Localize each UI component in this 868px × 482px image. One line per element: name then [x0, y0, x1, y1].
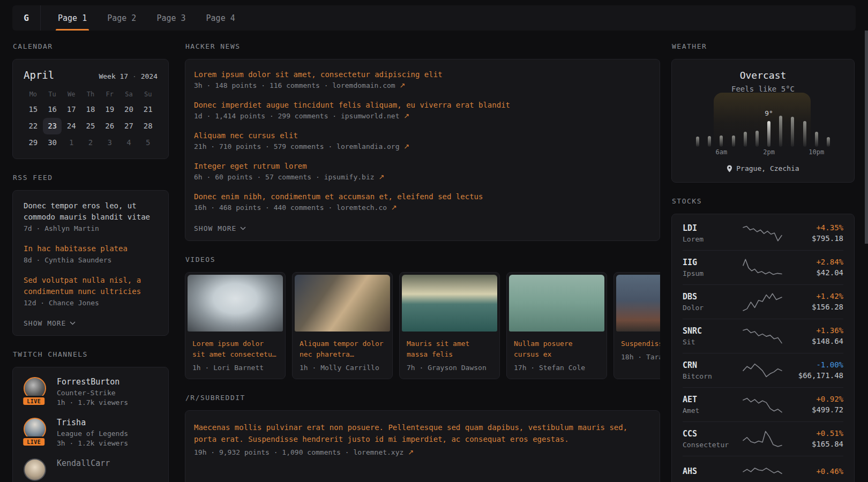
top-nav: G Page 1Page 2Page 3Page 4 — [12, 5, 856, 31]
nav-tab[interactable]: Page 2 — [101, 5, 143, 31]
video-card[interactable]: Mauris sit amet massa felis 7h · Grayson… — [399, 272, 500, 379]
hacker-news-show-more-button[interactable]: SHOW MORE — [194, 224, 246, 232]
hacker-news-item-domain[interactable]: loremdomain.com — [332, 81, 395, 89]
stocks-widget: LDI Lorem +4.35% $795.18 IIG Ipsum +2.84… — [671, 214, 855, 482]
video-title[interactable]: Suspendisse diam — [614, 334, 660, 349]
stock-row[interactable]: SNRC Sit +1.36% $148.64 — [683, 319, 843, 353]
hacker-news-item-title[interactable]: Integer eget rutrum lorem — [194, 162, 651, 170]
twitch-channel-category[interactable]: League of Legends — [57, 430, 128, 438]
video-thumbnail[interactable] — [188, 275, 283, 332]
hacker-news-item: Donec enim nibh, condimentum et accumsan… — [194, 192, 651, 212]
stock-id: SNRC Sit — [683, 326, 740, 346]
nav-tab[interactable]: Page 4 — [200, 5, 242, 31]
stock-row[interactable]: CCS Consectetur +0.51% $165.84 — [683, 421, 843, 456]
weather-bar — [791, 117, 794, 147]
weather-bar — [827, 137, 830, 147]
rss-show-more-button[interactable]: SHOW MORE — [24, 319, 76, 327]
stock-change-percent: +4.35% — [784, 223, 843, 232]
video-card[interactable]: Suspendisse diam 18h · Tara — [613, 272, 660, 379]
rss-item-title[interactable]: Sed volutpat nulla nisl, a condimentum n… — [24, 275, 158, 297]
stock-ticker[interactable]: IIG — [683, 258, 740, 267]
stock-row[interactable]: AET Amet +0.92% $499.72 — [683, 387, 843, 421]
external-link-icon: ↗ — [378, 173, 384, 181]
stock-row[interactable]: AHS +0.46% — [683, 456, 843, 482]
twitch-widget: LIVE ForrestBurton Counter-Strike 1h · 1… — [12, 367, 169, 482]
rss-item-title[interactable]: In hac habitasse platea — [24, 243, 158, 254]
twitch-channel-row[interactable]: KendallCarr — [24, 458, 158, 482]
external-link-icon: ↗ — [403, 142, 409, 150]
subreddit-post-title[interactable]: Maecenas mollis pulvinar erat non posuer… — [194, 421, 651, 445]
video-title[interactable]: Aliquam tempor dolor nec pharetra… — [293, 334, 392, 360]
stock-price: $165.84 — [784, 440, 843, 448]
hacker-news-item-domain[interactable]: ipsumify.biz — [324, 173, 375, 181]
rss-section: RSS FEED Donec tempor eros leo, ut commo… — [12, 174, 169, 336]
weather-bar — [708, 136, 711, 147]
hacker-news-item-meta: 3h · 148 points · 116 comments · loremdo… — [194, 81, 651, 89]
video-card[interactable]: Nullam posuere cursus ex 17h · Stefan Co… — [506, 272, 607, 379]
twitch-channel-name[interactable]: Trisha — [57, 418, 128, 427]
hacker-news-widget: Lorem ipsum dolor sit amet, consectetur … — [185, 59, 660, 241]
rss-item: Donec tempor eros leo, ut commodo mauris… — [24, 200, 158, 232]
app-logo[interactable]: G — [12, 5, 41, 31]
hacker-news-item-title[interactable]: Lorem ipsum dolor sit amet, consectetur … — [194, 70, 651, 79]
hacker-news-item: Aliquam nec cursus elit 21h · 710 points… — [194, 131, 651, 150]
page-tabs: Page 1Page 2Page 3Page 4 — [41, 5, 249, 31]
stock-sparkline — [740, 292, 784, 311]
stock-row[interactable]: DBS Dolor +1.42% $156.28 — [683, 284, 843, 319]
stock-ticker[interactable]: AET — [683, 395, 740, 404]
nav-tab[interactable]: Page 1 — [51, 5, 93, 31]
stock-row[interactable]: CRN Bitcorn -1.00% $66,171.48 — [683, 353, 843, 387]
subreddit-post-domain[interactable]: loremnet.xyz — [353, 448, 403, 456]
stock-ticker[interactable]: CRN — [683, 360, 740, 370]
stock-values: +2.84% $42.04 — [784, 258, 843, 277]
scrollbar-thumb[interactable] — [865, 31, 868, 244]
video-thumbnail[interactable] — [616, 275, 660, 332]
calendar-day: 21 — [138, 101, 158, 118]
video-thumbnail[interactable] — [509, 275, 604, 332]
stock-sparkline — [740, 463, 784, 481]
window-scrollbar — [864, 0, 868, 482]
calendar-weekday: We — [62, 87, 81, 101]
stock-row[interactable]: LDI Lorem +4.35% $795.18 — [683, 216, 843, 250]
dashboard-screen: G Page 1Page 2Page 3Page 4 CALENDAR Apri… — [0, 0, 868, 482]
video-title[interactable]: Lorem ipsum dolor sit amet consectetu… — [185, 334, 285, 360]
nav-tab[interactable]: Page 3 — [150, 5, 192, 31]
videos-carousel: Lorem ipsum dolor sit amet consectetu… 1… — [185, 272, 660, 379]
stock-ticker[interactable]: LDI — [683, 223, 740, 233]
hacker-news-item-domain[interactable]: loremlandia.org — [336, 142, 399, 150]
stock-values: +4.35% $795.18 — [784, 223, 843, 243]
stock-price: $499.72 — [784, 405, 843, 414]
calendar-week-label: Week 17 — [99, 72, 128, 80]
video-card[interactable]: Lorem ipsum dolor sit amet consectetu… 1… — [185, 272, 286, 379]
rss-widget: Donec tempor eros leo, ut commodo mauris… — [12, 190, 169, 336]
twitch-channel-name[interactable]: KendallCarr — [57, 458, 110, 468]
weather-location-label: Prague, Czechia — [736, 164, 799, 172]
hacker-news-item-title[interactable]: Donec imperdiet augue tincidunt felis al… — [194, 101, 651, 109]
stock-row[interactable]: IIG Ipsum +2.84% $42.04 — [683, 250, 843, 284]
calendar-day: 16 — [43, 101, 62, 118]
rss-item-title[interactable]: Donec tempor eros leo, ut commodo mauris… — [24, 200, 158, 223]
video-thumbnail[interactable] — [402, 275, 497, 332]
video-title[interactable]: Nullam posuere cursus ex — [507, 334, 607, 360]
hacker-news-item-domain[interactable]: ipsumworld.net — [341, 112, 400, 120]
stock-ticker[interactable]: AHS — [683, 466, 740, 476]
hacker-news-item-title[interactable]: Donec enim nibh, condimentum et accumsan… — [194, 192, 651, 201]
stock-price: $66,171.48 — [784, 371, 843, 380]
twitch-channel-row[interactable]: LIVE Trisha League of Legends 3h · 1.2k … — [24, 418, 158, 447]
hacker-news-show-more-label: SHOW MORE — [194, 224, 236, 232]
hacker-news-item-domain[interactable]: loremtech.co — [336, 204, 387, 212]
weather-section: WEATHER Overcast Feels like 5°C 9° 6am2p… — [671, 42, 855, 183]
twitch-channel-name[interactable]: ForrestBurton — [57, 377, 128, 387]
video-card[interactable]: Aliquam tempor dolor nec pharetra… 1h · … — [292, 272, 393, 379]
stock-ticker[interactable]: CCS — [683, 429, 740, 439]
twitch-channel-category[interactable]: Counter-Strike — [57, 389, 128, 397]
stock-ticker[interactable]: DBS — [683, 292, 740, 302]
calendar-day: 20 — [119, 101, 139, 118]
stock-ticker[interactable]: SNRC — [683, 326, 740, 336]
hacker-news-item-title[interactable]: Aliquam nec cursus elit — [194, 131, 651, 140]
twitch-channel-row[interactable]: LIVE ForrestBurton Counter-Strike 1h · 1… — [24, 377, 158, 406]
calendar-day: 29 — [24, 134, 43, 151]
rss-item: Sed volutpat nulla nisl, a condimentum n… — [24, 275, 158, 307]
video-thumbnail[interactable] — [295, 275, 390, 332]
video-title[interactable]: Mauris sit amet massa felis — [400, 334, 499, 360]
